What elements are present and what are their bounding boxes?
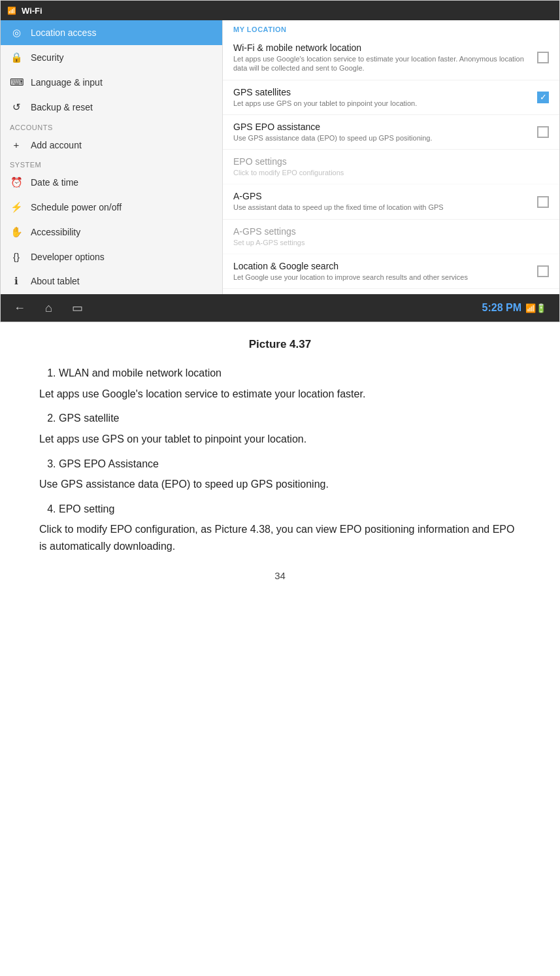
option-text-gps-satellites: GPS satellites Let apps use GPS on your … <box>233 87 537 108</box>
option-gps-epo[interactable]: GPS EPO assistance Use GPS assistance da… <box>223 115 559 150</box>
option-desc-gps-satellites: Let apps use GPS on your tablet to pinpo… <box>233 99 537 108</box>
article-list-2: GPS satellite <box>59 410 521 427</box>
lock-icon: 🔒 <box>10 52 23 63</box>
article-list: WLAN and mobile network location <box>59 365 521 382</box>
article-body-1: Let apps use Google's location service t… <box>39 386 521 403</box>
option-title-epo-settings: EPO settings <box>233 156 549 167</box>
article-heading-1: WLAN and mobile network location <box>59 367 222 379</box>
power-icon: ⚡ <box>10 201 23 213</box>
sidebar: ◎ Location access 🔒 Security ⌨ Language … <box>1 20 223 294</box>
article-heading-3: GPS EPO Assistance <box>59 458 159 469</box>
article-body-2: Let apps use GPS on your tablet to pinpo… <box>39 431 521 448</box>
option-desc-agps-settings: Set up A-GPS settings <box>233 238 549 247</box>
option-title-location-google: Location & Google search <box>233 261 537 271</box>
sidebar-item-backup-reset[interactable]: ↺ Backup & reset <box>1 95 222 120</box>
option-agps-settings: A-GPS settings Set up A-GPS settings <box>223 220 559 254</box>
option-title-wifi-mobile: Wi-Fi & mobile network location <box>233 42 537 53</box>
article-heading-2: GPS satellite <box>59 412 119 424</box>
nav-bar: ← ⌂ ▭ 5:28 PM 📶🔋 <box>1 294 559 322</box>
option-title-agps: A-GPS <box>233 191 537 201</box>
sidebar-label-language-input: Language & input <box>31 77 103 88</box>
sidebar-item-security[interactable]: 🔒 Security <box>1 45 222 70</box>
article-item-1: WLAN and mobile network location <box>59 365 521 382</box>
page-number: 34 <box>39 568 521 584</box>
article-body-4: Click to modify EPO configuration, as Pi… <box>39 521 521 554</box>
sidebar-item-date-time[interactable]: ⏰ Date & time <box>1 170 222 195</box>
sidebar-label-backup-reset: Backup & reset <box>31 102 93 112</box>
sidebar-item-developer-options[interactable]: {} Developer options <box>1 244 222 269</box>
article-list-3: GPS EPO Assistance <box>59 456 521 473</box>
sidebar-item-accessibility[interactable]: ✋ Accessibility <box>1 220 222 244</box>
checkbox-wifi-mobile[interactable] <box>537 52 549 63</box>
content-panel: MY LOCATION Wi-Fi & mobile network locat… <box>223 20 559 294</box>
reset-icon: ↺ <box>10 101 23 113</box>
sidebar-item-about-tablet[interactable]: ℹ About tablet <box>1 269 222 294</box>
status-icons: 📶🔋 <box>525 303 546 313</box>
option-text-agps: A-GPS Use assistant data to speed up the… <box>233 191 537 212</box>
sidebar-item-add-account[interactable]: + Add account <box>1 133 222 157</box>
sidebar-item-schedule-power[interactable]: ⚡ Schedule power on/off <box>1 195 222 220</box>
location-icon: ◎ <box>10 27 23 39</box>
sidebar-item-location-access[interactable]: ◎ Location access <box>1 20 222 45</box>
sidebar-label-developer-options: Developer options <box>31 252 105 262</box>
option-epo-settings: EPO settings Click to modify EPO configu… <box>223 150 559 184</box>
time-display: 5:28 PM <box>482 302 521 314</box>
add-icon: + <box>10 139 23 150</box>
sidebar-item-language-input[interactable]: ⌨ Language & input <box>1 70 222 95</box>
info-icon: ℹ <box>10 275 23 287</box>
article-item-3: GPS EPO Assistance <box>59 456 521 473</box>
keyboard-icon: ⌨ <box>10 76 23 88</box>
option-location-google[interactable]: Location & Google search Let Google use … <box>223 254 559 289</box>
option-title-gps-epo: GPS EPO assistance <box>233 122 537 132</box>
option-title-agps-settings: A-GPS settings <box>233 226 549 237</box>
article-body-3: Use GPS assistance data (EPO) to speed u… <box>39 476 521 493</box>
screen-body: ◎ Location access 🔒 Security ⌨ Language … <box>1 20 559 294</box>
option-text-gps-epo: GPS EPO assistance Use GPS assistance da… <box>233 122 537 143</box>
checkbox-agps[interactable] <box>537 196 549 208</box>
my-location-header: MY LOCATION <box>223 20 559 36</box>
sidebar-label-location-access: Location access <box>31 27 96 38</box>
title-bar-label: Wi-Fi <box>22 6 42 16</box>
clock-icon: ⏰ <box>10 177 23 188</box>
accounts-section-label: ACCOUNTS <box>1 120 222 133</box>
option-text-epo-settings: EPO settings Click to modify EPO configu… <box>233 156 549 177</box>
article-item-2: GPS satellite <box>59 410 521 427</box>
home-button[interactable]: ⌂ <box>45 301 52 315</box>
option-desc-epo-settings: Click to modify EPO configurations <box>233 168 549 177</box>
option-text-agps-settings: A-GPS settings Set up A-GPS settings <box>233 226 549 247</box>
accessibility-icon: ✋ <box>10 226 23 238</box>
option-agps[interactable]: A-GPS Use assistant data to speed up the… <box>223 184 559 219</box>
option-title-gps-satellites: GPS satellites <box>233 87 537 97</box>
status-bar: 5:28 PM 📶🔋 <box>482 302 546 314</box>
option-desc-agps: Use assistant data to speed up the fixed… <box>233 203 537 212</box>
checkbox-location-google[interactable] <box>537 265 549 277</box>
option-desc-wifi-mobile: Let apps use Google's location service t… <box>233 54 537 73</box>
sidebar-label-about-tablet: About tablet <box>31 276 80 286</box>
system-section-label: SYSTEM <box>1 157 222 170</box>
option-desc-gps-epo: Use GPS assistance data (EPO) to speed u… <box>233 133 537 143</box>
sidebar-label-add-account: Add account <box>31 140 82 150</box>
back-button[interactable]: ← <box>14 301 25 315</box>
wifi-icon: 📶 <box>7 7 16 15</box>
option-text-location-google: Location & Google search Let Google use … <box>233 261 537 282</box>
title-bar: 📶 Wi-Fi <box>1 1 559 20</box>
article-list-4: EPO setting <box>59 501 521 518</box>
article-caption: Picture 4.37 <box>39 335 521 353</box>
checkbox-gps-satellites[interactable]: ✓ <box>537 92 549 103</box>
sidebar-label-accessibility: Accessibility <box>31 227 80 237</box>
developer-icon: {} <box>10 251 23 262</box>
recents-button[interactable]: ▭ <box>72 301 83 315</box>
option-wifi-mobile[interactable]: Wi-Fi & mobile network location Let apps… <box>223 36 559 80</box>
option-desc-location-google: Let Google use your location to improve … <box>233 273 537 282</box>
option-gps-satellites[interactable]: GPS satellites Let apps use GPS on your … <box>223 80 559 115</box>
sidebar-label-date-time: Date & time <box>31 177 78 188</box>
checkbox-gps-epo[interactable] <box>537 126 549 138</box>
sidebar-label-schedule-power: Schedule power on/off <box>31 202 122 212</box>
article: Picture 4.37 WLAN and mobile network loc… <box>0 322 560 610</box>
option-text-wifi-mobile: Wi-Fi & mobile network location Let apps… <box>233 42 537 73</box>
article-heading-4: EPO setting <box>59 503 114 514</box>
article-item-4: EPO setting <box>59 501 521 518</box>
android-screenshot: 📶 Wi-Fi ◎ Location access 🔒 Security ⌨ L… <box>0 0 560 322</box>
sidebar-label-security: Security <box>31 52 64 63</box>
